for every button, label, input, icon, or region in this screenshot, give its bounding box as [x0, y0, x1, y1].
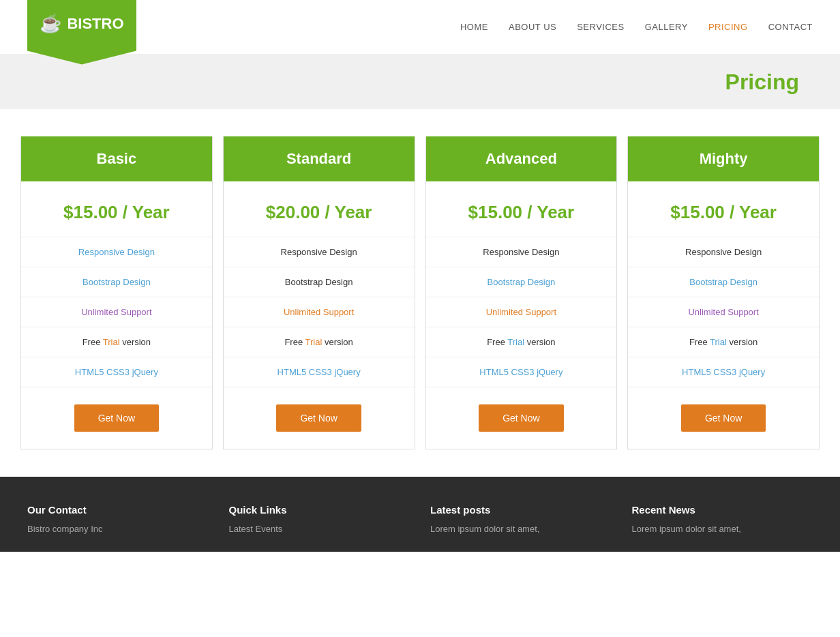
plan-basic: Basic $15.00 / Year Responsive Design Bo… — [20, 136, 213, 449]
get-now-button[interactable]: Get Now — [276, 404, 361, 432]
feature-item: Free Trial version — [628, 327, 819, 357]
feature-item: HTML5 CSS3 jQuery — [628, 357, 819, 387]
feature-item: Free Trial version — [224, 327, 415, 357]
footer-post-line: Lorem ipsum dolor sit amet, — [430, 524, 612, 534]
feature-item: Unlimited Support — [628, 297, 819, 327]
pricing-grid: Basic $15.00 / Year Responsive Design Bo… — [20, 136, 820, 449]
nav-gallery[interactable]: GALLERY — [645, 22, 688, 32]
header: ☕ BISTRO HOME ABOUT US SERVICES GALLERY … — [0, 0, 840, 55]
feature-item: Unlimited Support — [426, 297, 617, 327]
feature-item: Bootstrap Design — [628, 267, 819, 297]
get-now-button[interactable]: Get Now — [479, 404, 563, 432]
hero-bar: Pricing — [0, 55, 840, 109]
footer-col-links: Quick Links Latest Events — [229, 504, 410, 538]
feature-item: Bootstrap Design — [21, 267, 212, 297]
feature-item: HTML5 CSS3 jQuery — [426, 357, 617, 387]
plan-basic-cta: Get Now — [21, 387, 212, 449]
plan-mighty-price: $15.00 / Year — [628, 181, 819, 237]
get-now-button[interactable]: Get Now — [74, 404, 159, 432]
feature-item: Responsive Design — [426, 237, 617, 267]
plan-mighty-features: Responsive Design Bootstrap Design Unlim… — [628, 237, 819, 387]
plan-standard: Standard $20.00 / Year Responsive Design… — [223, 136, 415, 449]
footer-contact-heading: Our Contact — [27, 504, 209, 516]
logo[interactable]: ☕ BISTRO — [27, 0, 136, 65]
footer-contact-line: Bistro company Inc — [27, 524, 209, 534]
plan-advanced-price: $15.00 / Year — [426, 181, 617, 237]
feature-item: Responsive Design — [628, 237, 819, 267]
nav-about[interactable]: ABOUT US — [509, 22, 556, 32]
footer-col-news: Recent News Lorem ipsum dolor sit amet, — [632, 504, 813, 538]
plan-advanced: Advanced $15.00 / Year Responsive Design… — [425, 136, 618, 449]
plan-basic-features: Responsive Design Bootstrap Design Unlim… — [21, 237, 212, 387]
footer-links-heading: Quick Links — [229, 504, 410, 516]
plan-standard-cta: Get Now — [224, 387, 415, 449]
feature-item: HTML5 CSS3 jQuery — [224, 357, 415, 387]
feature-item: Unlimited Support — [224, 297, 415, 327]
footer-posts-heading: Latest posts — [430, 504, 612, 516]
footer-col-contact: Our Contact Bistro company Inc — [27, 504, 209, 538]
plan-basic-header: Basic — [21, 136, 212, 181]
nav-home[interactable]: HOME — [460, 22, 488, 32]
footer: Our Contact Bistro company Inc Quick Lin… — [0, 477, 840, 552]
feature-item: Unlimited Support — [21, 297, 212, 327]
feature-item: Free Trial version — [426, 327, 617, 357]
get-now-button[interactable]: Get Now — [681, 404, 766, 432]
footer-grid: Our Contact Bistro company Inc Quick Lin… — [27, 504, 813, 538]
nav-services[interactable]: SERVICES — [577, 22, 625, 32]
footer-news-heading: Recent News — [632, 504, 813, 516]
main-nav: HOME ABOUT US SERVICES GALLERY PRICING C… — [460, 22, 813, 32]
footer-news-line: Lorem ipsum dolor sit amet, — [632, 524, 813, 534]
plan-basic-price: $15.00 / Year — [21, 181, 212, 237]
feature-item: Responsive Design — [21, 237, 212, 267]
footer-link[interactable]: Latest Events — [229, 524, 410, 534]
plan-mighty-header: Mighty — [628, 136, 819, 181]
plan-standard-header: Standard — [224, 136, 415, 181]
nav-contact[interactable]: CONTACT — [768, 22, 813, 32]
feature-item: Free Trial version — [21, 327, 212, 357]
plan-mighty: Mighty $15.00 / Year Responsive Design B… — [627, 136, 820, 449]
pricing-section: Basic $15.00 / Year Responsive Design Bo… — [0, 109, 840, 477]
nav-pricing[interactable]: PRICING — [708, 22, 748, 32]
feature-item: Responsive Design — [224, 237, 415, 267]
coffee-cup-icon: ☕ — [40, 13, 61, 34]
footer-col-posts: Latest posts Lorem ipsum dolor sit amet, — [430, 504, 612, 538]
plan-advanced-cta: Get Now — [426, 387, 617, 449]
plan-advanced-header: Advanced — [426, 136, 617, 181]
plan-standard-features: Responsive Design Bootstrap Design Unlim… — [224, 237, 415, 387]
plan-advanced-features: Responsive Design Bootstrap Design Unlim… — [426, 237, 617, 387]
logo-text: BISTRO — [67, 15, 123, 33]
page-title: Pricing — [725, 70, 799, 95]
plan-standard-price: $20.00 / Year — [224, 181, 415, 237]
feature-item: HTML5 CSS3 jQuery — [21, 357, 212, 387]
plan-mighty-cta: Get Now — [628, 387, 819, 449]
feature-item: Bootstrap Design — [426, 267, 617, 297]
feature-item: Bootstrap Design — [224, 267, 415, 297]
